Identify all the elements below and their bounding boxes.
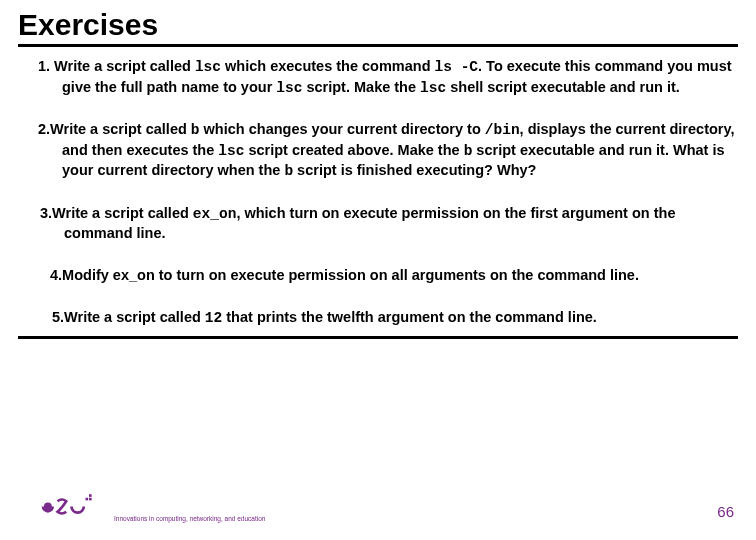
text: script created above. Make the [244, 142, 463, 158]
num: 4. [50, 267, 62, 283]
code: lsc [218, 143, 244, 159]
text: script. Make the [302, 79, 420, 95]
footer-divider [18, 336, 738, 339]
code: ex_on [193, 206, 237, 222]
page-number: 66 [717, 503, 734, 520]
text: Write a script called [64, 309, 205, 325]
text: that prints the twelfth argument on the … [222, 309, 597, 325]
exercise-1: 1. Write a script called lsc which execu… [18, 57, 738, 98]
num: 5. [52, 309, 64, 325]
text: Write a script called [52, 205, 193, 221]
text: which changes your current directory to [200, 121, 485, 137]
num: 1. [38, 58, 50, 74]
svg-rect-1 [86, 498, 89, 501]
exercise-2: 2.Write a script called b which changes … [18, 120, 738, 182]
text: script is finished executing? Why? [293, 162, 536, 178]
osc-logo-icon [40, 492, 110, 528]
num: 3. [40, 205, 52, 221]
text: Write a script called [50, 58, 195, 74]
svg-rect-3 [89, 494, 92, 497]
exercise-3: 3.Write a script called ex_on, which tur… [18, 204, 738, 244]
logo-tagline: Innovations in computing, networking, an… [114, 515, 265, 522]
code: lsc [420, 80, 446, 96]
text: which executes the command [221, 58, 435, 74]
code: b [191, 122, 200, 138]
code: lsc [276, 80, 302, 96]
code: ls -C [435, 59, 479, 75]
code: b [284, 163, 293, 179]
svg-rect-2 [89, 498, 92, 501]
code: lsc [195, 59, 221, 75]
code: /bin [485, 122, 520, 138]
osc-logo: Innovations in computing, networking, an… [40, 492, 265, 528]
text: Write a script called [50, 121, 191, 137]
num: 2. [38, 121, 50, 137]
exercise-4: 4.Modify ex_on to turn on execute permis… [18, 266, 738, 286]
code: 12 [205, 310, 222, 326]
text: shell script executable and run it. [446, 79, 680, 95]
slide-title: Exercises [18, 8, 738, 47]
exercise-5: 5.Write a script called 12 that prints t… [18, 308, 738, 329]
text: Modify ex_on to turn on execute permissi… [62, 267, 639, 283]
